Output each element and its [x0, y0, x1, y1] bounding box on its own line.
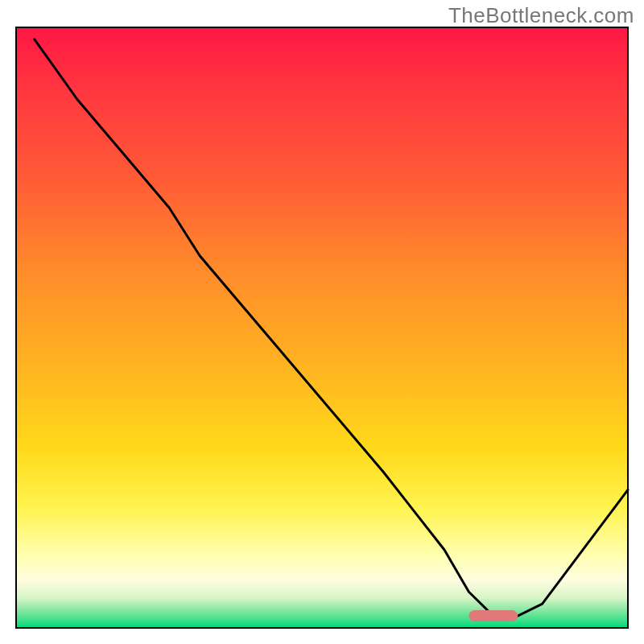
bottleneck-chart: TheBottleneck.com: [0, 0, 644, 644]
optimal-range-marker: [469, 610, 518, 621]
plot-background: [16, 27, 628, 628]
chart-svg: [0, 0, 644, 644]
